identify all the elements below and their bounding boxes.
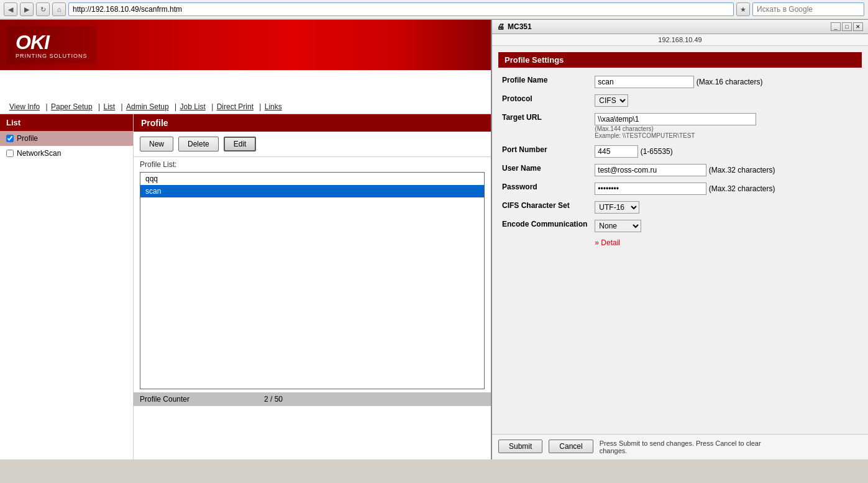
counter-label: Profile Counter (140, 395, 264, 404)
username-label: User Name (498, 161, 591, 179)
oki-sidebar: List Profile NetworkScan (0, 114, 134, 459)
dialog-title: 🖨 MC351 (497, 22, 532, 31)
url-bar[interactable] (68, 2, 734, 16)
settings-table: Profile Name (Max.16 characters) Protoco… (498, 73, 862, 250)
encode-comm-select[interactable]: None SSL/TLS (595, 220, 641, 232)
profile-name-label: Profile Name (498, 73, 591, 91)
dialog-title-text: MC351 (508, 22, 532, 31)
back-button[interactable]: ◀ (4, 2, 17, 16)
submit-button[interactable]: Submit (498, 440, 542, 453)
footer-hint: Press Submit to send changes. Press Canc… (600, 440, 774, 454)
list-item[interactable]: qqq (140, 173, 484, 185)
search-input[interactable] (752, 2, 864, 16)
oki-nav: View Info | Paper Setup | List | Admin S… (0, 100, 491, 114)
section-header: Profile (134, 114, 491, 132)
protocol-row: Protocol CIFS FTP SMB (498, 91, 862, 110)
restore-button[interactable]: □ (842, 22, 852, 31)
mc351-dialog: 🖨 MC351 _ □ ✕ 192.168.10.49 Profile Sett… (491, 20, 868, 459)
delete-button[interactable]: Delete (178, 137, 219, 151)
profile-name-input[interactable] (595, 76, 694, 88)
networkscan-checkbox[interactable] (6, 150, 14, 157)
sidebar-item-label-networkscan: NetworkScan (17, 149, 61, 158)
password-max-hint: (Max.32 characters) (709, 184, 775, 193)
cifs-charset-select[interactable]: UTF-16 UTF-8 Shift-JIS (595, 201, 639, 214)
nav-paper-setup[interactable]: Paper Setup (51, 102, 93, 111)
list-item[interactable]: scan (140, 185, 484, 197)
profile-list-label: Profile List: (134, 157, 491, 172)
nav-admin-setup[interactable]: Admin Setup (126, 102, 169, 111)
dialog-title-icon: 🖨 (497, 22, 505, 31)
nav-links[interactable]: Links (265, 102, 282, 111)
port-number-hint: (1-65535) (641, 147, 673, 156)
oki-body: List Profile NetworkScan Profile New Del… (0, 114, 491, 459)
nav-direct-print[interactable]: Direct Print (217, 102, 254, 111)
port-number-row: Port Number (1-65535) (498, 142, 862, 161)
oki-panel: OKI PRINTING SOLUTIONS MC351 View Info |… (0, 20, 491, 459)
oki-header: OKI PRINTING SOLUTIONS (0, 20, 491, 70)
password-input[interactable] (595, 183, 706, 195)
cifs-charset-label: CIFS Character Set (498, 198, 591, 217)
target-url-input[interactable] (595, 113, 756, 125)
sidebar-item-label-profile: Profile (17, 134, 38, 143)
username-max-hint: (Max.32 characters) (709, 166, 775, 174)
sidebar-item-networkscan[interactable]: NetworkScan (0, 146, 133, 161)
oki-logo: OKI (16, 31, 88, 54)
home-button[interactable]: ⌂ (52, 2, 66, 16)
protocol-select[interactable]: CIFS FTP SMB (595, 94, 628, 107)
oki-main: Profile New Delete Edit Profile List: qq… (134, 114, 491, 459)
port-number-input[interactable] (595, 145, 638, 158)
nav-list[interactable]: List (103, 102, 115, 111)
password-label: Password (498, 179, 591, 198)
close-button[interactable]: ✕ (853, 22, 863, 31)
bookmark-star[interactable]: ★ (736, 2, 750, 16)
cifs-charset-row: CIFS Character Set UTF-16 UTF-8 Shift-JI… (498, 198, 862, 217)
target-url-max-hint: (Max.144 characters) (595, 125, 858, 132)
nav-job-list[interactable]: Job List (180, 102, 205, 111)
oki-model-nav: MC351 View Info | Paper Setup | List | A… (0, 70, 491, 114)
counter-value: 2 / 50 (264, 395, 283, 404)
profile-list[interactable]: qqq scan (140, 172, 485, 389)
browser-chrome: ◀ ▶ ↻ ⌂ ★ (0, 0, 868, 20)
profile-name-row: Profile Name (Max.16 characters) (498, 73, 862, 91)
oki-model-title: MC351 (0, 70, 491, 100)
username-input[interactable] (595, 164, 706, 176)
dialog-ip: 192.168.10.49 (492, 34, 868, 46)
encode-comm-row: Encode Communication None SSL/TLS (498, 217, 862, 235)
oki-tagline: PRINTING SOLUTIONS (16, 53, 88, 59)
detail-row: Detail (498, 235, 862, 250)
sidebar-item-profile[interactable]: Profile (0, 131, 133, 146)
sidebar-header: List (0, 114, 133, 131)
minimize-button[interactable]: _ (831, 22, 841, 31)
forward-button[interactable]: ▶ (20, 2, 34, 16)
edit-button[interactable]: Edit (224, 137, 257, 151)
dialog-body: Profile Settings Profile Name (Max.16 ch… (492, 46, 868, 434)
cancel-button[interactable]: Cancel (549, 440, 593, 453)
dialog-controls: _ □ ✕ (831, 22, 863, 31)
target-url-row: Target URL (Max.144 characters) Example:… (498, 110, 862, 142)
profile-toolbar: New Delete Edit (134, 132, 491, 157)
browser-toolbar: ◀ ▶ ↻ ⌂ ★ (0, 0, 868, 19)
reload-button[interactable]: ↻ (36, 2, 50, 16)
profile-checkbox[interactable] (6, 135, 14, 142)
settings-header: Profile Settings (498, 52, 862, 68)
target-url-example: Example: \\TESTCOMPUTER\TEST (595, 132, 858, 139)
profile-name-max-hint: (Max.16 characters) (697, 78, 763, 86)
profile-counter-bar: Profile Counter 2 / 50 (134, 392, 491, 406)
oki-logo-wrapper: OKI PRINTING SOLUTIONS (6, 26, 97, 64)
main-content: OKI PRINTING SOLUTIONS MC351 View Info |… (0, 20, 868, 459)
dialog-titlebar: 🖨 MC351 _ □ ✕ (492, 20, 868, 34)
username-row: User Name (Max.32 characters) (498, 161, 862, 179)
detail-link[interactable]: Detail (595, 238, 620, 247)
password-row: Password (Max.32 characters) (498, 179, 862, 198)
protocol-label: Protocol (498, 91, 591, 110)
target-url-label: Target URL (498, 110, 591, 142)
nav-view-info[interactable]: View Info (9, 102, 40, 111)
new-button[interactable]: New (140, 137, 173, 151)
encode-comm-label: Encode Communication (498, 217, 591, 235)
port-number-label: Port Number (498, 142, 591, 161)
dialog-footer: Submit Cancel Press Submit to send chang… (492, 434, 868, 459)
